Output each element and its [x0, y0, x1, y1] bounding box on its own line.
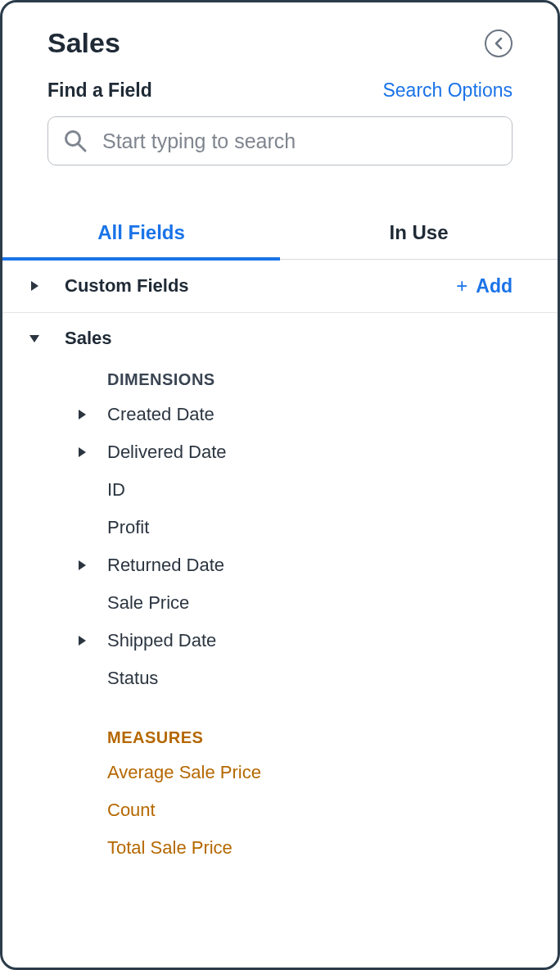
field-label: Delivered Date	[107, 442, 227, 463]
panel-title: Sales	[47, 27, 120, 59]
field-status[interactable]: Status	[2, 660, 558, 697]
sales-section-header[interactable]: Sales	[2, 313, 558, 354]
field-picker-panel: Sales Find a Field Search Options All Fi…	[0, 0, 560, 970]
field-sale-price[interactable]: Sale Price	[2, 584, 558, 622]
field-id[interactable]: ID	[2, 471, 558, 509]
dimensions-header: DIMENSIONS	[2, 354, 558, 396]
field-label: Created Date	[107, 404, 215, 425]
chevron-right-icon	[75, 560, 89, 570]
search-icon	[63, 129, 88, 153]
panel-header: Sales	[2, 2, 558, 67]
svg-line-1	[79, 144, 85, 151]
add-label: Add	[476, 275, 513, 297]
field-label: Status	[107, 668, 158, 689]
search-labels: Find a Field Search Options	[47, 79, 513, 102]
field-label: Sale Price	[107, 592, 189, 614]
field-label: Average Sale Price	[107, 762, 261, 783]
field-profit[interactable]: Profit	[2, 509, 558, 546]
field-total-sale-price[interactable]: Total Sale Price	[2, 829, 558, 867]
collapse-panel-button[interactable]	[485, 29, 513, 57]
sales-section-label: Sales	[65, 328, 513, 349]
chevron-right-icon	[75, 410, 89, 419]
search-box[interactable]	[47, 116, 513, 165]
field-label: Returned Date	[107, 555, 224, 576]
field-label: ID	[107, 479, 125, 501]
chevron-right-icon	[75, 636, 89, 646]
field-shipped-date[interactable]: Shipped Date	[2, 622, 558, 660]
field-delivered-date[interactable]: Delivered Date	[2, 433, 558, 471]
chevron-down-icon	[27, 335, 42, 342]
custom-fields-label: Custom Fields	[65, 275, 456, 297]
tab-in-use[interactable]: In Use	[280, 206, 558, 259]
chevron-right-icon	[27, 281, 42, 291]
measures-header: MEASURES	[2, 697, 558, 754]
field-label: Shipped Date	[107, 630, 216, 651]
search-section: Find a Field Search Options	[2, 67, 558, 165]
field-average-sale-price[interactable]: Average Sale Price	[2, 754, 558, 791]
custom-fields-section[interactable]: Custom Fields + Add	[2, 260, 558, 313]
add-custom-field-button[interactable]: + Add	[456, 274, 513, 297]
field-label: Total Sale Price	[107, 837, 233, 859]
search-input[interactable]	[102, 129, 497, 153]
chevron-left-icon	[493, 37, 504, 50]
field-count[interactable]: Count	[2, 791, 558, 829]
field-returned-date[interactable]: Returned Date	[2, 546, 558, 584]
tabs: All Fields In Use	[2, 206, 558, 260]
chevron-right-icon	[75, 447, 89, 457]
field-label: Count	[107, 800, 156, 821]
field-label: Profit	[107, 517, 149, 538]
field-created-date[interactable]: Created Date	[2, 396, 558, 433]
find-field-label: Find a Field	[47, 79, 152, 102]
tab-all-fields[interactable]: All Fields	[2, 206, 280, 259]
search-options-link[interactable]: Search Options	[382, 79, 513, 102]
plus-icon: +	[456, 274, 467, 297]
